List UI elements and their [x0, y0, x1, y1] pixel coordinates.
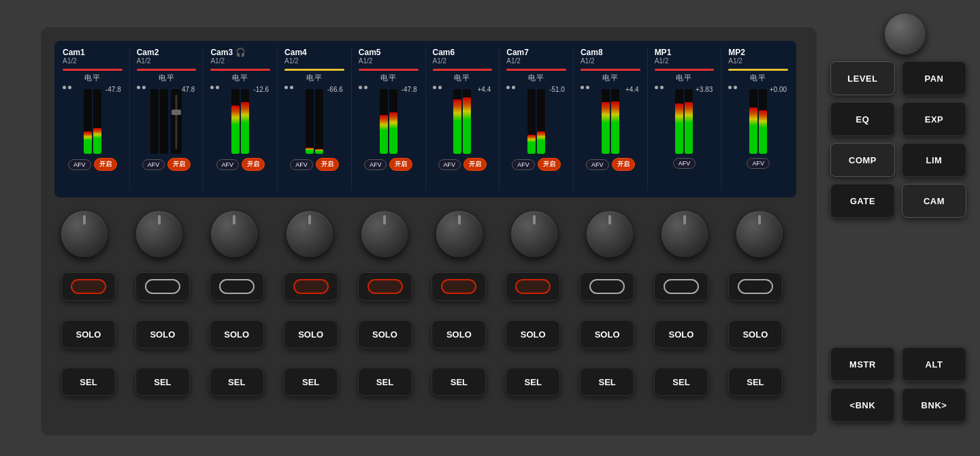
right-btn-bnk-prev[interactable]: <BNK	[830, 388, 895, 422]
meter-bar-right-1	[160, 89, 168, 154]
solo-buttons-row: SOLOSOLOSOLOSOLOSOLOSOLOSOLOSOLOSOLOSOLO	[61, 320, 783, 348]
oval-button-0[interactable]	[61, 272, 116, 301]
channel-knob-4[interactable]	[361, 211, 408, 257]
right-btn-bnk-next[interactable]: BNK>	[902, 388, 966, 422]
oval-button-9[interactable]	[728, 272, 783, 301]
on-button-4[interactable]: 开启	[389, 158, 412, 171]
meter-bar-right-6	[537, 89, 545, 154]
channel-knob-2[interactable]	[211, 211, 257, 257]
sel-button-4[interactable]: SEL	[358, 368, 412, 396]
oval-button-7[interactable]	[580, 272, 634, 301]
right-btn-comp[interactable]: COMP	[830, 143, 895, 177]
on-button-2[interactable]: 开启	[242, 158, 265, 171]
channel-level-label-3: 电平	[306, 73, 323, 83]
on-button-0[interactable]: 开启	[94, 158, 117, 171]
afv-button-8[interactable]: AFV	[673, 158, 696, 169]
sel-button-6[interactable]: SEL	[506, 368, 560, 396]
solo-button-4[interactable]: SOLO	[358, 320, 412, 348]
sel-button-1[interactable]: SEL	[135, 368, 190, 396]
meter-area-0: -47.8	[63, 86, 122, 154]
oval-button-1[interactable]	[135, 272, 190, 301]
channel-level-label-6: 电平	[528, 73, 544, 83]
oval-button-3[interactable]	[284, 272, 338, 301]
channel-knob-6[interactable]	[511, 211, 557, 257]
channel-knob-3[interactable]	[287, 211, 333, 257]
meter-dots-1	[137, 86, 146, 89]
meter-bar-left-6	[527, 89, 536, 154]
knob-container-6	[511, 211, 557, 257]
oval-button-5[interactable]	[431, 272, 486, 301]
sel-button-3[interactable]: SEL	[284, 368, 338, 396]
channel-level-label-8: 电平	[676, 73, 692, 83]
channel-knob-8[interactable]	[662, 211, 708, 257]
meter-bar-left-7	[602, 89, 610, 154]
oval-button-4[interactable]	[358, 272, 412, 301]
solo-button-9[interactable]: SOLO	[728, 320, 783, 348]
right-btn-gate[interactable]: GATE	[830, 184, 895, 218]
meter-value-2: -12.6	[253, 86, 269, 93]
right-btn-alt[interactable]: ALT	[902, 347, 966, 381]
channel-sub-9: A1/2	[728, 57, 788, 65]
afv-button-3[interactable]: AFV	[290, 159, 313, 170]
afv-area-5: AFV开启	[438, 158, 487, 171]
right-btn-lim[interactable]: LIM	[902, 143, 966, 177]
solo-button-8[interactable]: SOLO	[654, 320, 708, 348]
right-btn-cam[interactable]: CAM	[902, 184, 966, 218]
afv-button-5[interactable]: AFV	[438, 159, 461, 170]
right-btn-level[interactable]: LEVEL	[830, 61, 895, 95]
fader-1[interactable]	[171, 89, 182, 154]
solo-button-2[interactable]: SOLO	[210, 320, 264, 348]
afv-button-4[interactable]: AFV	[364, 159, 387, 170]
sel-button-9[interactable]: SEL	[728, 368, 783, 396]
oval-button-6[interactable]	[506, 272, 560, 301]
channel-knob-0[interactable]	[61, 211, 108, 257]
sel-button-2[interactable]: SEL	[210, 368, 264, 396]
afv-button-0[interactable]: AFV	[68, 159, 91, 170]
solo-button-7[interactable]: SOLO	[580, 320, 634, 348]
channel-knob-5[interactable]	[436, 211, 483, 257]
afv-button-7[interactable]: AFV	[586, 159, 609, 170]
solo-button-3[interactable]: SOLO	[284, 320, 338, 348]
afv-button-9[interactable]: AFV	[747, 158, 770, 169]
right-bottom-grid: MSTRALT<BNKBNK>	[830, 347, 966, 422]
channel-indicator-2	[210, 69, 270, 71]
on-button-5[interactable]: 开启	[463, 158, 487, 171]
channel-sub-7: A1/2	[581, 57, 640, 65]
channel-knob-7[interactable]	[587, 211, 633, 257]
on-button-6[interactable]: 开启	[538, 158, 561, 171]
meter-bar-group-7	[602, 89, 619, 154]
oval-button-2[interactable]	[210, 272, 264, 301]
sel-button-7[interactable]: SEL	[580, 368, 634, 396]
meter-bar-group-4	[380, 89, 397, 154]
on-button-1[interactable]: 开启	[167, 158, 191, 171]
right-btn-exp[interactable]: EXP	[902, 102, 966, 136]
sel-button-8[interactable]: SEL	[654, 368, 708, 396]
channel-name-9: MP2	[728, 48, 745, 57]
oval-button-8[interactable]	[654, 272, 708, 301]
sel-button-0[interactable]: SEL	[61, 368, 116, 396]
oval-inner-5	[441, 279, 476, 294]
afv-area-1: AFV开启	[142, 158, 191, 171]
afv-button-6[interactable]: AFV	[512, 159, 535, 170]
on-button-3[interactable]: 开启	[316, 158, 339, 171]
solo-button-5[interactable]: SOLO	[431, 320, 486, 348]
right-panel-knob[interactable]	[885, 14, 926, 54]
sel-button-5[interactable]: SEL	[431, 368, 486, 396]
solo-button-6[interactable]: SOLO	[506, 320, 560, 348]
channel-name-3: Cam4	[284, 48, 307, 57]
solo-button-0[interactable]: SOLO	[61, 320, 116, 348]
meter-area-4: -47.8	[359, 86, 419, 154]
right-btn-mstr[interactable]: MSTR	[830, 347, 895, 381]
channel-level-label-1: 电平	[159, 73, 175, 83]
channel-level-label-4: 电平	[380, 73, 397, 83]
right-btn-eq[interactable]: EQ	[830, 102, 895, 136]
channel-knob-1[interactable]	[136, 211, 182, 257]
right-btn-pan[interactable]: PAN	[902, 61, 966, 95]
solo-button-1[interactable]: SOLO	[135, 320, 190, 348]
channel-knob-9[interactable]	[736, 211, 783, 257]
afv-button-1[interactable]: AFV	[142, 159, 165, 170]
channel-divider	[573, 48, 574, 191]
afv-button-2[interactable]: AFV	[216, 159, 240, 170]
on-button-7[interactable]: 开启	[612, 158, 635, 171]
meter-value-6: -51.0	[549, 86, 565, 93]
